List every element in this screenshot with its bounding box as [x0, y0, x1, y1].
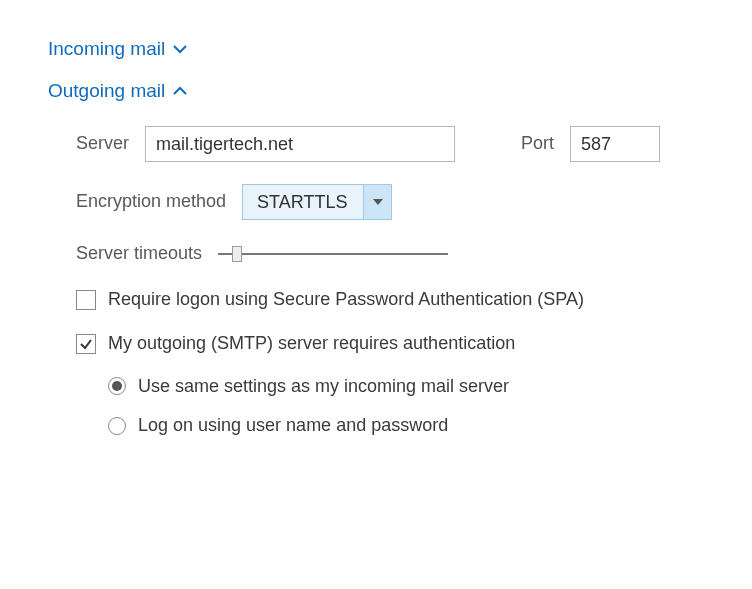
chevron-down-icon [173, 41, 187, 57]
encryption-method-select[interactable]: STARTTLS [242, 184, 392, 220]
radio-log-on-using[interactable] [108, 417, 126, 435]
slider-thumb[interactable] [232, 246, 242, 262]
radio-use-same-settings[interactable] [108, 377, 126, 395]
server-timeouts-slider[interactable] [218, 244, 448, 264]
incoming-mail-section-header[interactable]: Incoming mail [48, 32, 704, 66]
outgoing-mail-title: Outgoing mail [48, 80, 165, 102]
encryption-method-label: Encryption method [76, 190, 226, 213]
port-label: Port [521, 132, 554, 155]
smtp-auth-radio-group: Use same settings as my incoming mail se… [76, 374, 704, 438]
spa-checkbox[interactable] [76, 290, 96, 310]
outgoing-mail-section-header[interactable]: Outgoing mail [48, 74, 704, 108]
incoming-mail-title: Incoming mail [48, 38, 165, 60]
server-label: Server [76, 132, 129, 155]
chevron-up-icon [173, 83, 187, 99]
slider-track [218, 253, 448, 255]
server-timeouts-label: Server timeouts [76, 242, 202, 265]
smtp-auth-checkbox[interactable] [76, 334, 96, 354]
dropdown-arrow-icon[interactable] [363, 185, 391, 219]
outgoing-mail-panel: Server Port Encryption method STARTTLS S… [48, 108, 704, 438]
radio-use-same-settings-label: Use same settings as my incoming mail se… [138, 374, 509, 399]
spa-checkbox-label: Require logon using Secure Password Auth… [108, 287, 584, 312]
smtp-auth-checkbox-label: My outgoing (SMTP) server requires authe… [108, 331, 515, 356]
server-input[interactable] [145, 126, 455, 162]
encryption-method-value: STARTTLS [243, 185, 363, 219]
port-input[interactable] [570, 126, 660, 162]
radio-log-on-using-label: Log on using user name and password [138, 413, 448, 438]
